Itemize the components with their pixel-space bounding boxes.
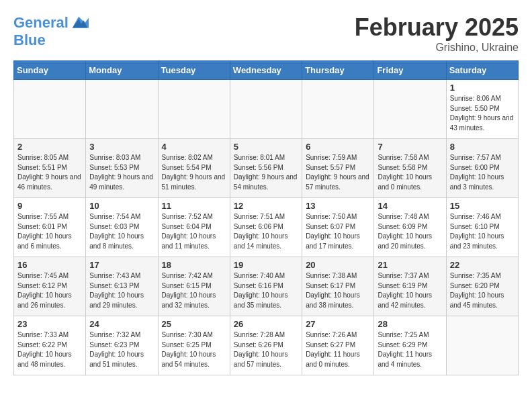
calendar-cell: 24Sunrise: 7:32 AM Sunset: 6:23 PM Dayli…	[86, 316, 158, 375]
day-number: 4	[162, 142, 226, 152]
day-number: 2	[17, 142, 82, 152]
day-info: Sunrise: 7:26 AM Sunset: 6:27 PM Dayligh…	[306, 330, 370, 369]
calendar-cell	[14, 80, 86, 139]
weekday-header-monday: Monday	[86, 61, 158, 80]
location: Grishino, Ukraine	[355, 42, 519, 54]
weekday-header-row: SundayMondayTuesdayWednesdayThursdayFrid…	[14, 61, 519, 80]
weekday-header-friday: Friday	[374, 61, 446, 80]
day-info: Sunrise: 7:40 AM Sunset: 6:16 PM Dayligh…	[234, 271, 298, 310]
day-number: 11	[162, 201, 226, 211]
day-number: 14	[378, 201, 442, 211]
page-header: General Blue February 2025 Grishino, Ukr…	[13, 13, 519, 54]
day-info: Sunrise: 7:52 AM Sunset: 6:04 PM Dayligh…	[162, 212, 226, 251]
day-number: 10	[89, 201, 154, 211]
calendar-cell	[86, 80, 158, 139]
day-number: 26	[234, 319, 298, 329]
day-info: Sunrise: 8:06 AM Sunset: 5:50 PM Dayligh…	[450, 94, 515, 133]
day-info: Sunrise: 8:02 AM Sunset: 5:54 PM Dayligh…	[162, 153, 226, 192]
calendar-cell: 25Sunrise: 7:30 AM Sunset: 6:25 PM Dayli…	[158, 316, 230, 375]
day-info: Sunrise: 7:35 AM Sunset: 6:20 PM Dayligh…	[450, 271, 515, 310]
day-info: Sunrise: 7:38 AM Sunset: 6:17 PM Dayligh…	[306, 271, 370, 310]
day-info: Sunrise: 7:42 AM Sunset: 6:15 PM Dayligh…	[162, 271, 226, 310]
day-info: Sunrise: 7:37 AM Sunset: 6:19 PM Dayligh…	[378, 271, 442, 310]
day-number: 22	[450, 260, 515, 270]
day-number: 16	[17, 260, 82, 270]
calendar-week-1: 1Sunrise: 8:06 AM Sunset: 5:50 PM Daylig…	[14, 80, 519, 139]
calendar-cell: 21Sunrise: 7:37 AM Sunset: 6:19 PM Dayli…	[374, 257, 446, 316]
day-number: 12	[234, 201, 298, 211]
calendar-week-5: 23Sunrise: 7:33 AM Sunset: 6:22 PM Dayli…	[14, 316, 519, 375]
calendar-week-4: 16Sunrise: 7:45 AM Sunset: 6:12 PM Dayli…	[14, 257, 519, 316]
month-title: February 2025	[355, 13, 519, 42]
calendar-cell: 14Sunrise: 7:48 AM Sunset: 6:09 PM Dayli…	[374, 198, 446, 257]
day-info: Sunrise: 7:48 AM Sunset: 6:09 PM Dayligh…	[378, 212, 442, 251]
day-info: Sunrise: 7:50 AM Sunset: 6:07 PM Dayligh…	[306, 212, 370, 251]
calendar-cell: 9Sunrise: 7:55 AM Sunset: 6:01 PM Daylig…	[14, 198, 86, 257]
day-number: 9	[17, 201, 82, 211]
calendar-cell	[302, 80, 374, 139]
day-number: 28	[378, 319, 442, 329]
calendar-cell	[230, 80, 302, 139]
calendar-cell: 23Sunrise: 7:33 AM Sunset: 6:22 PM Dayli…	[14, 316, 86, 375]
day-info: Sunrise: 8:05 AM Sunset: 5:51 PM Dayligh…	[17, 153, 82, 192]
day-number: 24	[89, 319, 154, 329]
day-number: 20	[306, 260, 370, 270]
calendar-cell: 1Sunrise: 8:06 AM Sunset: 5:50 PM Daylig…	[446, 80, 518, 139]
day-info: Sunrise: 7:28 AM Sunset: 6:26 PM Dayligh…	[234, 330, 298, 369]
day-info: Sunrise: 7:57 AM Sunset: 6:00 PM Dayligh…	[450, 153, 515, 192]
day-number: 6	[306, 142, 370, 152]
calendar-cell: 7Sunrise: 7:58 AM Sunset: 5:58 PM Daylig…	[374, 139, 446, 198]
calendar-cell	[374, 80, 446, 139]
day-number: 25	[162, 319, 226, 329]
day-info: Sunrise: 7:33 AM Sunset: 6:22 PM Dayligh…	[17, 330, 82, 369]
weekday-header-thursday: Thursday	[302, 61, 374, 80]
calendar-cell: 28Sunrise: 7:25 AM Sunset: 6:29 PM Dayli…	[374, 316, 446, 375]
calendar-cell: 13Sunrise: 7:50 AM Sunset: 6:07 PM Dayli…	[302, 198, 374, 257]
day-info: Sunrise: 7:25 AM Sunset: 6:29 PM Dayligh…	[378, 330, 442, 369]
day-number: 15	[450, 201, 515, 211]
day-info: Sunrise: 8:01 AM Sunset: 5:56 PM Dayligh…	[234, 153, 298, 192]
day-number: 8	[450, 142, 515, 152]
calendar-cell	[158, 80, 230, 139]
day-info: Sunrise: 7:55 AM Sunset: 6:01 PM Dayligh…	[17, 212, 82, 251]
day-number: 27	[306, 319, 370, 329]
weekday-header-tuesday: Tuesday	[158, 61, 230, 80]
calendar-cell: 15Sunrise: 7:46 AM Sunset: 6:10 PM Dayli…	[446, 198, 518, 257]
day-info: Sunrise: 7:58 AM Sunset: 5:58 PM Dayligh…	[378, 153, 442, 192]
day-info: Sunrise: 7:32 AM Sunset: 6:23 PM Dayligh…	[89, 330, 154, 369]
day-number: 1	[450, 83, 515, 93]
day-info: Sunrise: 7:30 AM Sunset: 6:25 PM Dayligh…	[162, 330, 226, 369]
calendar-cell: 18Sunrise: 7:42 AM Sunset: 6:15 PM Dayli…	[158, 257, 230, 316]
calendar-cell: 10Sunrise: 7:54 AM Sunset: 6:03 PM Dayli…	[86, 198, 158, 257]
calendar-cell: 17Sunrise: 7:43 AM Sunset: 6:13 PM Dayli…	[86, 257, 158, 316]
logo-blue: Blue	[13, 32, 89, 48]
day-info: Sunrise: 7:45 AM Sunset: 6:12 PM Dayligh…	[17, 271, 82, 310]
day-number: 21	[378, 260, 442, 270]
calendar-week-2: 2Sunrise: 8:05 AM Sunset: 5:51 PM Daylig…	[14, 139, 519, 198]
calendar-cell: 27Sunrise: 7:26 AM Sunset: 6:27 PM Dayli…	[302, 316, 374, 375]
day-number: 17	[89, 260, 154, 270]
calendar-cell: 6Sunrise: 7:59 AM Sunset: 5:57 PM Daylig…	[302, 139, 374, 198]
calendar-cell: 5Sunrise: 8:01 AM Sunset: 5:56 PM Daylig…	[230, 139, 302, 198]
calendar-cell: 16Sunrise: 7:45 AM Sunset: 6:12 PM Dayli…	[14, 257, 86, 316]
day-number: 13	[306, 201, 370, 211]
weekday-header-wednesday: Wednesday	[230, 61, 302, 80]
day-info: Sunrise: 7:59 AM Sunset: 5:57 PM Dayligh…	[306, 153, 370, 192]
weekday-header-sunday: Sunday	[14, 61, 86, 80]
calendar-cell: 26Sunrise: 7:28 AM Sunset: 6:26 PM Dayli…	[230, 316, 302, 375]
calendar-cell: 19Sunrise: 7:40 AM Sunset: 6:16 PM Dayli…	[230, 257, 302, 316]
title-block: February 2025 Grishino, Ukraine	[355, 13, 519, 54]
calendar-cell: 4Sunrise: 8:02 AM Sunset: 5:54 PM Daylig…	[158, 139, 230, 198]
calendar-cell: 8Sunrise: 7:57 AM Sunset: 6:00 PM Daylig…	[446, 139, 518, 198]
calendar-cell	[446, 316, 518, 375]
calendar-cell: 2Sunrise: 8:05 AM Sunset: 5:51 PM Daylig…	[14, 139, 86, 198]
calendar-cell: 12Sunrise: 7:51 AM Sunset: 6:06 PM Dayli…	[230, 198, 302, 257]
calendar-week-3: 9Sunrise: 7:55 AM Sunset: 6:01 PM Daylig…	[14, 198, 519, 257]
day-info: Sunrise: 7:54 AM Sunset: 6:03 PM Dayligh…	[89, 212, 154, 251]
weekday-header-saturday: Saturday	[446, 61, 518, 80]
calendar-cell: 20Sunrise: 7:38 AM Sunset: 6:17 PM Dayli…	[302, 257, 374, 316]
day-info: Sunrise: 7:43 AM Sunset: 6:13 PM Dayligh…	[89, 271, 154, 310]
day-number: 7	[378, 142, 442, 152]
day-number: 5	[234, 142, 298, 152]
day-info: Sunrise: 8:03 AM Sunset: 5:53 PM Dayligh…	[89, 153, 154, 192]
